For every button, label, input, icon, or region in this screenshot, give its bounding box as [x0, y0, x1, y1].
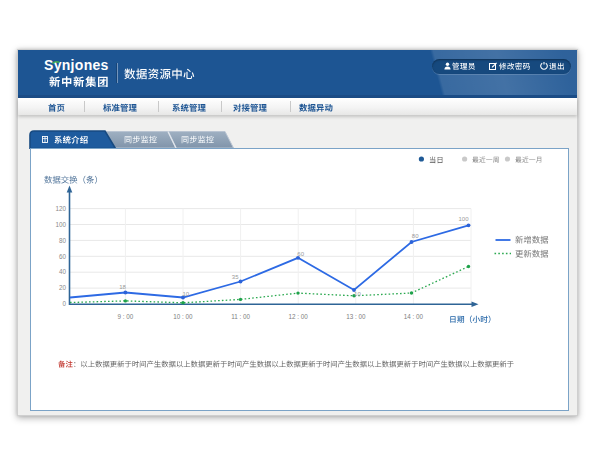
- svg-text:10 : 00: 10 : 00: [173, 313, 193, 320]
- svg-text:14 : 00: 14 : 00: [404, 313, 424, 320]
- svg-text:10: 10: [182, 291, 189, 297]
- svg-text:35: 35: [232, 274, 239, 280]
- svg-text:60: 60: [59, 253, 67, 260]
- svg-text:60: 60: [297, 251, 304, 257]
- svg-text:13 : 00: 13 : 00: [346, 313, 366, 320]
- svg-text:100: 100: [55, 221, 66, 228]
- svg-text:80: 80: [412, 233, 419, 239]
- svg-text:11 : 00: 11 : 00: [231, 313, 250, 320]
- svg-text:20: 20: [59, 284, 67, 291]
- svg-text:12 : 00: 12 : 00: [289, 313, 309, 320]
- svg-text:100: 100: [458, 216, 469, 222]
- svg-text:80: 80: [59, 237, 67, 244]
- svg-text:40: 40: [59, 268, 67, 275]
- svg-text:120: 120: [55, 205, 66, 212]
- svg-text:18: 18: [119, 284, 126, 290]
- svg-text:0: 0: [62, 300, 66, 307]
- svg-text:10: 10: [354, 291, 361, 297]
- svg-text:9 : 00: 9 : 00: [118, 313, 134, 320]
